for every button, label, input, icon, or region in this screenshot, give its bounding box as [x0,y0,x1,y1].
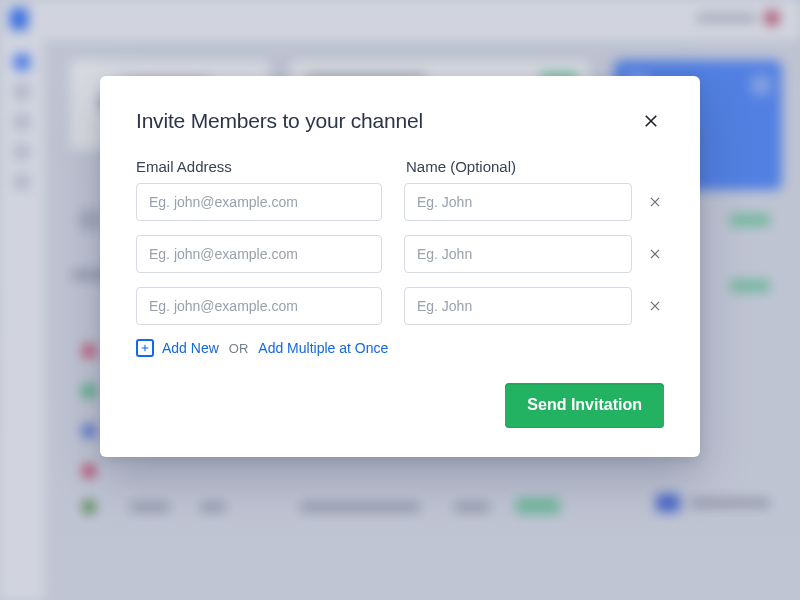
email-field[interactable] [136,183,382,221]
close-icon [648,249,662,264]
invite-members-modal: Invite Members to your channel Email Add… [100,76,700,457]
invite-row [136,287,664,325]
close-icon [648,197,662,212]
name-label: Name (Optional) [406,158,636,175]
close-icon [642,118,660,133]
close-icon [648,301,662,316]
remove-row-button[interactable] [646,297,664,315]
name-field[interactable] [404,183,632,221]
email-field[interactable] [136,235,382,273]
remove-row-button[interactable] [646,193,664,211]
add-multiple-button[interactable]: Add Multiple at Once [258,340,388,356]
name-field[interactable] [404,287,632,325]
invite-row [136,235,664,273]
plus-square-icon [136,339,154,357]
send-invitation-button[interactable]: Send Invitation [505,383,664,427]
or-separator: OR [229,341,249,356]
add-new-button[interactable]: Add New [136,339,219,357]
field-labels-row: Email Address Name (Optional) [136,158,664,175]
email-label: Email Address [136,158,384,175]
invite-row [136,183,664,221]
email-field[interactable] [136,287,382,325]
add-new-label: Add New [162,340,219,356]
modal-footer: Send Invitation [136,383,664,427]
close-button[interactable] [638,108,664,134]
name-field[interactable] [404,235,632,273]
modal-title: Invite Members to your channel [136,109,423,133]
remove-row-button[interactable] [646,245,664,263]
modal-header: Invite Members to your channel [136,108,664,134]
add-actions-row: Add New OR Add Multiple at Once [136,339,664,357]
